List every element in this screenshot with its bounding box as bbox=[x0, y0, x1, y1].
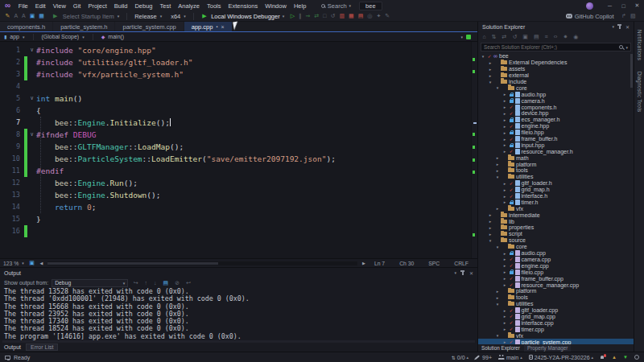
tree-item-input-hpp[interactable]: ▸input.hpp bbox=[478, 142, 634, 148]
close-icon[interactable]: ✕ bbox=[625, 24, 630, 30]
code-line[interactable]: 7 bee::Engine.Initialize(); bbox=[0, 117, 477, 129]
tree-item-fileio-hpp[interactable]: ▸fileio.hpp bbox=[478, 130, 634, 136]
chevron-collapsed-icon[interactable]: ▸ bbox=[502, 142, 507, 147]
horizontal-scrollbar[interactable] bbox=[47, 261, 357, 265]
line-number[interactable]: 2 bbox=[0, 56, 24, 68]
pin-icon[interactable] bbox=[462, 271, 464, 275]
repository-picker[interactable]: 2425-Y2A-PR-230226 ▴ bbox=[529, 355, 593, 360]
restart-icon[interactable]: ↺ bbox=[328, 11, 337, 21]
tab-solution-explorer[interactable]: Solution Explorer bbox=[481, 345, 520, 351]
tab-app.cpp[interactable]: app.cpp•× bbox=[184, 22, 232, 31]
chevron-collapsed-icon[interactable]: ▸ bbox=[502, 124, 507, 129]
chevron-collapsed-icon[interactable]: ▸ bbox=[502, 92, 507, 97]
symbol-dropdown[interactable]: main() bbox=[108, 34, 124, 39]
tab-components.h[interactable]: components.h bbox=[0, 22, 52, 31]
find-prev-icon[interactable]: A bbox=[12, 11, 20, 21]
code-line[interactable]: 5∨int main() bbox=[0, 93, 477, 105]
code-line[interactable]: 11#endif bbox=[0, 165, 477, 177]
code-line[interactable]: 6{ bbox=[0, 105, 477, 117]
tree-item-math[interactable]: ▸math bbox=[478, 154, 634, 161]
menu-project[interactable]: Project bbox=[85, 2, 110, 10]
chevron-expanded-icon[interactable]: ▾ bbox=[488, 80, 493, 84]
chevron-collapsed-icon[interactable]: ▸ bbox=[495, 295, 500, 300]
menu-extensions[interactable]: Extensions bbox=[225, 2, 262, 10]
tree-item-gltf-loader-h[interactable]: ▸✓gltf_loader.h bbox=[478, 180, 634, 187]
side-tab-notifications[interactable]: Notifications bbox=[637, 30, 642, 60]
chevron-collapsed-icon[interactable]: ▸ bbox=[502, 314, 507, 319]
side-tab-diagnostic-tools[interactable]: Diagnostic Tools bbox=[637, 72, 642, 113]
break-all-icon[interactable]: ∥ bbox=[297, 11, 304, 21]
tree-item-assets[interactable]: ▸assets bbox=[478, 66, 634, 72]
line-number[interactable]: 3 bbox=[0, 68, 24, 80]
code-line[interactable]: 10 bee::ParticleSystem::LoadEmitter("sav… bbox=[0, 153, 477, 165]
chevron-expanded-icon[interactable]: ▾ bbox=[495, 333, 500, 338]
properties-icon[interactable]: ✷ bbox=[561, 32, 570, 42]
tree-item-grid-map-h[interactable]: ▸✓grid_map.h bbox=[478, 187, 634, 193]
line-number[interactable]: 12 bbox=[0, 177, 24, 189]
tab-output[interactable]: Output bbox=[4, 344, 21, 350]
output-console[interactable]: The thread 13528 has exited with code 0 … bbox=[0, 288, 477, 340]
events-viewer-icon[interactable]: ◎ bbox=[365, 11, 374, 21]
chevron-expanded-icon[interactable]: ▾ bbox=[495, 245, 500, 249]
scroll-left-arrow-icon[interactable]: ◀ bbox=[39, 261, 43, 265]
line-number[interactable]: 14 bbox=[0, 201, 24, 213]
chevron-collapsed-icon[interactable]: ▸ bbox=[502, 117, 507, 122]
line-number[interactable]: 6 bbox=[0, 105, 24, 117]
nav-counter[interactable]: ⇅ 0/0 ▴ bbox=[452, 355, 469, 360]
search-box[interactable]: Search ▾ bbox=[321, 2, 351, 10]
tree-item-external[interactable]: ▸external bbox=[478, 72, 634, 79]
line-number[interactable]: 10 bbox=[0, 153, 24, 165]
code-line[interactable]: 12 bee::Engine.Run(); bbox=[0, 177, 477, 189]
menu-file[interactable]: File bbox=[14, 2, 31, 10]
tree-item-source[interactable]: ▾source bbox=[478, 237, 634, 244]
spaces-indicator[interactable]: SPC bbox=[423, 261, 445, 266]
menu-debug[interactable]: Debug bbox=[131, 2, 156, 10]
line-number[interactable]: 15 bbox=[0, 213, 24, 225]
menu-analyze[interactable]: Analyze bbox=[175, 2, 204, 10]
tree-item-utilities[interactable]: ▾utilities bbox=[478, 301, 634, 307]
chevron-collapsed-icon[interactable]: ▸ bbox=[495, 155, 500, 160]
chevron-collapsed-icon[interactable]: ▸ bbox=[488, 212, 493, 217]
maximize-button[interactable]: □ bbox=[617, 3, 630, 9]
code-line[interactable]: 14 return 0; bbox=[0, 201, 477, 213]
scrollbar-thumb[interactable] bbox=[47, 262, 218, 265]
tree-item-core[interactable]: ▾core bbox=[478, 84, 634, 91]
profiler-icon[interactable]: ▥ bbox=[337, 11, 347, 21]
project-dropdown[interactable]: app bbox=[10, 34, 19, 39]
wrench-icon[interactable]: ✦ bbox=[374, 11, 383, 21]
line-ending-indicator[interactable]: CRLF bbox=[448, 261, 474, 266]
tree-item-platform[interactable]: ▸platform bbox=[478, 161, 634, 167]
chevron-collapsed-icon[interactable]: ▸ bbox=[495, 168, 500, 173]
chevron-collapsed-icon[interactable]: ▸ bbox=[502, 149, 507, 154]
chevron-collapsed-icon[interactable]: ▸ bbox=[495, 206, 500, 211]
solution-search-box[interactable]: ▾ bbox=[481, 43, 631, 51]
collapse-all-icon[interactable]: ≡ bbox=[543, 32, 550, 42]
menu-window[interactable]: Window bbox=[262, 2, 291, 10]
chevron-down-icon[interactable]: ▾ bbox=[454, 270, 456, 275]
code-line[interactable]: 1∨#include "core/engine.hpp" bbox=[0, 44, 477, 56]
chevron-collapsed-icon[interactable]: ▸ bbox=[488, 60, 493, 65]
code-line[interactable]: 3#include "vfx/particle_system.h" bbox=[0, 68, 477, 80]
code-editor[interactable]: 1∨#include "core/engine.hpp"2#include "u… bbox=[0, 42, 477, 258]
chevron-collapsed-icon[interactable]: ▸ bbox=[502, 181, 507, 186]
branch-picker[interactable]: main ▴ bbox=[498, 355, 522, 360]
tree-item-frame-buffer-h[interactable]: ▸✓frame_buffer.h bbox=[478, 136, 634, 142]
nest-objects-icon[interactable]: ▣ bbox=[521, 32, 530, 42]
reattach-icon[interactable]: ⇄ bbox=[312, 11, 321, 21]
chevron-expanded-icon[interactable]: ▾ bbox=[495, 175, 500, 179]
line-number[interactable]: 16 bbox=[0, 225, 24, 237]
chevron-collapsed-icon[interactable]: ▸ bbox=[495, 289, 500, 294]
menu-test[interactable]: Test bbox=[156, 2, 175, 10]
tree-item-tools[interactable]: ▸tools bbox=[478, 167, 634, 174]
show-all-files-icon[interactable]: ▤ bbox=[531, 32, 541, 42]
tree-item-intermediate[interactable]: ▸intermediate bbox=[478, 212, 634, 218]
chevron-collapsed-icon[interactable]: ▸ bbox=[502, 263, 507, 268]
code-line[interactable]: 15} bbox=[0, 213, 477, 225]
tree-item-engine-hpp[interactable]: ▸✓engine.hpp bbox=[478, 123, 634, 130]
view-code-icon[interactable]: ‹› bbox=[551, 32, 559, 42]
tree-item-timer-cpp[interactable]: ▸✓timer.cpp bbox=[478, 326, 634, 332]
tree-item-timer-h[interactable]: ▸timer.h bbox=[478, 199, 634, 205]
fold-arrow-icon[interactable]: ∨ bbox=[27, 129, 36, 141]
fold-arrow-icon[interactable]: ∨ bbox=[27, 93, 36, 105]
chevron-collapsed-icon[interactable]: ▸ bbox=[502, 320, 507, 325]
